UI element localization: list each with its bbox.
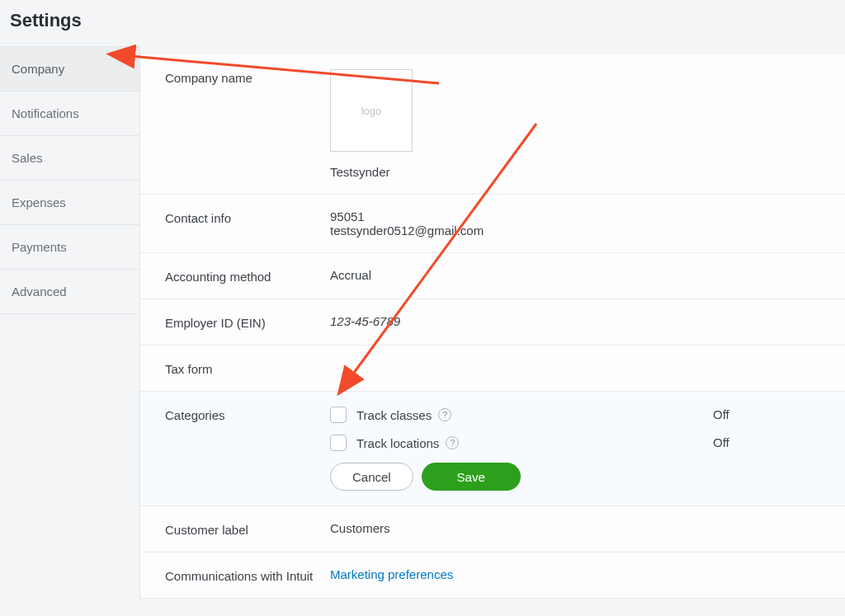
track-locations-status: Off	[713, 435, 845, 451]
section-customer-label[interactable]: Customer label Customers	[140, 506, 845, 553]
settings-sidebar: CompanyNotificationsSalesExpensesPayment…	[0, 46, 140, 599]
track-locations-label: Track locations	[356, 436, 439, 450]
sidebar-item-advanced[interactable]: Advanced	[0, 270, 139, 314]
section-accounting-method[interactable]: Accounting method Accrual	[140, 253, 845, 299]
marketing-preferences-link[interactable]: Marketing preferences	[330, 567, 453, 581]
sidebar-item-company[interactable]: Company	[0, 47, 139, 92]
sidebar-item-payments[interactable]: Payments	[0, 225, 139, 270]
settings-content: Company name logo Testsynder Contact inf…	[140, 46, 845, 599]
ein-placeholder: 123-45-6789	[330, 314, 845, 328]
section-company-name[interactable]: Company name logo Testsynder	[140, 54, 845, 195]
track-classes-checkbox[interactable]	[330, 407, 347, 423]
contact-zip: 95051	[330, 209, 845, 223]
logo-placeholder-box[interactable]: logo	[330, 69, 413, 152]
communications-label: Communications with Intuit	[165, 567, 330, 583]
save-button[interactable]: Save	[422, 463, 521, 491]
company-name-value: Testsynder	[330, 165, 845, 179]
accounting-method-label: Accounting method	[165, 268, 330, 284]
customer-label-value: Customers	[330, 521, 845, 535]
section-ein[interactable]: Employer ID (EIN) 123-45-6789	[140, 299, 845, 346]
cancel-button[interactable]: Cancel	[330, 463, 413, 491]
customer-label-label: Customer label	[165, 521, 330, 537]
company-name-label: Company name	[165, 69, 330, 85]
track-classes-label: Track classes	[356, 408, 432, 422]
sidebar-item-sales[interactable]: Sales	[0, 136, 139, 181]
tax-form-label: Tax form	[165, 360, 330, 376]
track-locations-checkbox[interactable]	[330, 435, 347, 451]
categories-label: Categories	[165, 407, 330, 422]
contact-info-label: Contact info	[165, 209, 330, 225]
help-icon[interactable]: ?	[438, 408, 451, 421]
sidebar-item-notifications[interactable]: Notifications	[0, 92, 139, 136]
help-icon[interactable]: ?	[446, 436, 459, 449]
accounting-method-value: Accrual	[330, 268, 845, 282]
logo-placeholder-text: logo	[361, 105, 382, 117]
sidebar-item-expenses[interactable]: Expenses	[0, 181, 139, 225]
ein-label: Employer ID (EIN)	[165, 314, 330, 330]
section-contact-info[interactable]: Contact info 95051 testsynder0512@gmail.…	[140, 195, 845, 253]
page-title: Settings	[0, 0, 845, 46]
section-tax-form[interactable]: Tax form	[140, 346, 845, 392]
section-communications[interactable]: Communications with Intuit Marketing pre…	[140, 553, 845, 599]
track-classes-status: Off	[713, 407, 845, 423]
section-categories: Categories Track classes ? Track locatio…	[140, 392, 845, 506]
contact-email: testsynder0512@gmail.com	[330, 223, 845, 237]
